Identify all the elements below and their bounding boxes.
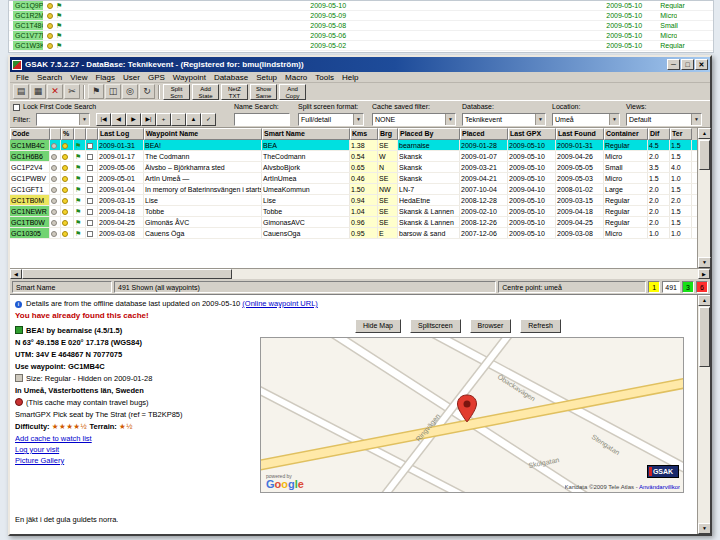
filter-select[interactable]: ▼ [36, 113, 90, 126]
table-row[interactable]: GC1W3KD ⚑ 2009-05-02 2009-05-10 Regular [9, 41, 713, 51]
nav-button[interactable]: − [171, 113, 186, 126]
column-header-percent[interactable]: % [61, 128, 74, 140]
column-header-ter[interactable]: Ter [670, 128, 692, 140]
table-row[interactable]: GC1MB4C ⚑ 2009-01-31 BEA! BEA 1.38 SE be… [10, 140, 710, 151]
menu-item[interactable]: Search [33, 73, 66, 82]
cache-link[interactable]: Picture Gallery [15, 456, 64, 465]
column-header-lastfound[interactable]: Last Found [556, 128, 604, 140]
scrollbar-thumb[interactable] [699, 307, 710, 367]
new-database-icon[interactable]: ▤ [13, 84, 29, 99]
scroll-down-icon[interactable]: ▼ [698, 257, 711, 268]
column-header-smartname[interactable]: Smart Name [262, 128, 350, 140]
map-pin-icon[interactable] [456, 394, 478, 426]
details-vertical-scrollbar[interactable]: ▲ ▼ [697, 295, 710, 534]
maximize-button[interactable]: □ [681, 59, 694, 70]
scroll-up-icon[interactable]: ▲ [698, 295, 710, 306]
grid-vertical-scrollbar[interactable]: ▲ ▼ [697, 128, 710, 268]
nav-button[interactable]: ▲ [186, 113, 201, 126]
toolbar-button[interactable]: And Copy [279, 84, 306, 100]
terms-link[interactable]: Användarvillkor [639, 484, 680, 490]
lock-checkbox[interactable] [13, 104, 20, 111]
close-button[interactable]: ✕ [695, 59, 708, 70]
column-header-dif[interactable]: Dif [648, 128, 670, 140]
detail-button[interactable]: Browser [470, 319, 512, 333]
menu-item[interactable]: File [12, 73, 33, 82]
detail-button[interactable]: Splitscreen [410, 319, 461, 333]
scrollbar-thumb[interactable] [699, 140, 710, 170]
column-header-name[interactable]: Waypoint Name [144, 128, 262, 140]
cache-link[interactable]: Add cache to watch list [15, 434, 92, 443]
table-row[interactable]: GC10305 ⚑ 2009-03-08 Cauens Öga CauensOg… [10, 228, 710, 239]
table-row[interactable]: GC1T48C ⚑ 2009-05-08 2009-05-10 Small [9, 21, 713, 31]
database-select[interactable]: Teknikevent ▼ [462, 113, 546, 126]
nav-button[interactable]: ▶ [126, 113, 141, 126]
nav-button[interactable]: ◀ [111, 113, 126, 126]
column-header-placedby[interactable]: Placed By [398, 128, 460, 140]
menu-item[interactable]: GPS [144, 73, 169, 82]
column-header-check[interactable] [86, 128, 98, 140]
globe-icon[interactable]: ◎ [122, 84, 138, 99]
menu-item[interactable]: Setup [252, 73, 281, 82]
menu-item[interactable]: Tools [311, 73, 338, 82]
table-row[interactable]: GC1V77E ⚑ 2009-05-06 2009-05-10 Micro [9, 31, 713, 41]
table-row[interactable]: GC1P2V4 ⚑ 2009-05-06 Älvsbo – Björkhamra… [10, 162, 710, 173]
scroll-left-icon[interactable]: ◀ [10, 269, 22, 279]
menu-item[interactable]: Macro [281, 73, 311, 82]
minimize-button[interactable]: ─ [667, 59, 680, 70]
detail-button[interactable]: Refresh [520, 319, 561, 333]
column-header-brg[interactable]: Brg [378, 128, 398, 140]
column-header-lock[interactable] [50, 128, 61, 140]
scrollbar-track[interactable] [232, 269, 698, 279]
table-row[interactable]: GC1Q9PB ⚑ 2009-05-10 2009-05-10 Regular [9, 1, 713, 11]
menu-item[interactable]: Database [210, 73, 252, 82]
refresh-icon[interactable]: ↻ [139, 84, 155, 99]
cache-link[interactable]: Log your visit [15, 445, 59, 454]
grid-horizontal-scrollbar[interactable]: ◀ ▶ [10, 268, 710, 279]
column-header-placed[interactable]: Placed [460, 128, 508, 140]
saved-filter-select[interactable]: NONE ▼ [372, 113, 456, 126]
menu-item[interactable]: Help [338, 73, 362, 82]
table-row[interactable]: GC1H6B6 ⚑ 2009-01-17 The Codmann TheCodm… [10, 151, 710, 162]
nav-button[interactable]: + [156, 113, 171, 126]
scroll-right-icon[interactable]: ▶ [698, 269, 710, 279]
location-select[interactable]: Umeå ▼ [552, 113, 620, 126]
cut-icon[interactable]: ✂ [64, 84, 80, 99]
google-map[interactable]: Öbackavägen Ringvägen Stengatan Skolgata… [260, 337, 684, 493]
column-header-lastgpx[interactable]: Last GPX [508, 128, 556, 140]
scrollbar-thumb[interactable] [22, 269, 232, 279]
table-row[interactable]: GC1GFT1 ⚑ 2009-01-04 In memory of Bateri… [10, 184, 710, 195]
online-waypoint-link[interactable]: (Online waypoint URL) [242, 299, 317, 308]
table-row[interactable]: GC1TB0W ⚑ 2009-04-25 Gimonäs ÅVC Gimonas… [10, 217, 710, 228]
toolbar-button[interactable]: Show Same [250, 84, 277, 100]
table-row[interactable]: GC1R2MA ⚑ 2009-05-09 2009-05-10 Micro [9, 11, 713, 21]
table-row[interactable]: GC1TB0M ⚑ 2009-03-15 Lise Lise 0.94 SE H… [10, 195, 710, 206]
detail-button[interactable]: Hide Map [355, 319, 401, 333]
split-screen-icon[interactable]: ◫ [105, 84, 121, 99]
menu-item[interactable]: Flags [91, 73, 119, 82]
open-database-icon[interactable]: ▦ [30, 84, 46, 99]
column-header-lastlog[interactable]: Last Log [98, 128, 144, 140]
scroll-down-icon[interactable]: ▼ [698, 523, 710, 534]
column-header-flag[interactable] [74, 128, 86, 140]
title-bar[interactable]: GSAK 7.5.2.27 - DataBase: Teknikevent - … [10, 57, 710, 72]
menu-item[interactable]: User [119, 73, 144, 82]
toolbar-button[interactable]: Add State [192, 84, 219, 100]
column-header-code[interactable]: Code [10, 128, 50, 140]
name-search-input[interactable] [234, 113, 290, 126]
nav-button[interactable]: ▶| [141, 113, 156, 126]
table-row[interactable]: GC1NEWR ⚑ 2009-04-18 Tobbe Tobbe 1.04 SE… [10, 206, 710, 217]
menu-item[interactable]: Waypoint [169, 73, 210, 82]
delete-icon[interactable]: ✕ [47, 84, 63, 99]
menu-item[interactable]: View [66, 73, 91, 82]
flag-icon[interactable]: ⚑ [88, 84, 104, 99]
scroll-up-icon[interactable]: ▲ [698, 128, 711, 139]
column-header-container[interactable]: Container [604, 128, 648, 140]
nav-button[interactable]: |◀ [96, 113, 111, 126]
nav-button[interactable]: ✓ [201, 113, 216, 126]
toolbar-button[interactable]: Split Scrn [163, 84, 190, 100]
column-header-kms[interactable]: Kms [350, 128, 378, 140]
split-format-select[interactable]: Full/detail ▼ [298, 113, 364, 126]
table-row[interactable]: GC1PWBV ⚑ 2009-05-01 ArtIn Umeå — ArtInU… [10, 173, 710, 184]
views-select[interactable]: Default ▼ [626, 113, 702, 126]
toolbar-button[interactable]: NetZ TXT [221, 84, 248, 100]
